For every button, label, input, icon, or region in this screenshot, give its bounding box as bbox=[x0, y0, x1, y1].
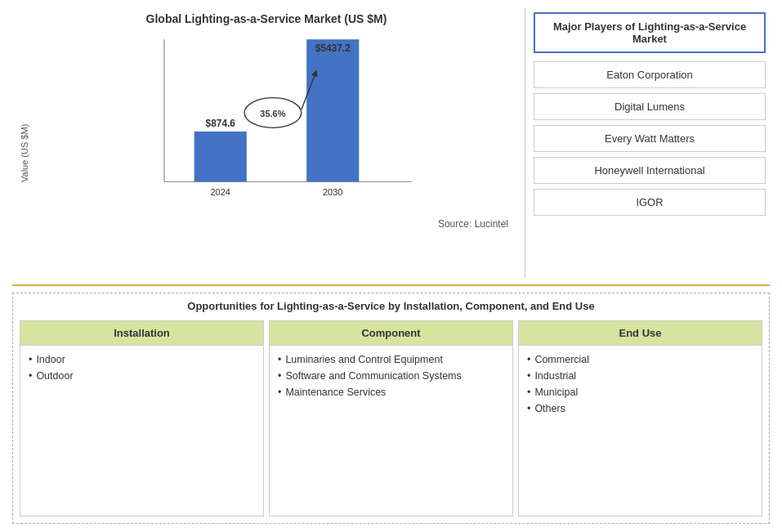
top-section: Global Lighting-as-a-Service Market (US … bbox=[12, 8, 770, 278]
component-item-3: • Maintenance Services bbox=[278, 387, 504, 398]
bullet-icon: • bbox=[278, 354, 281, 365]
component-item-2: • Software and Communication Systems bbox=[278, 370, 504, 382]
installation-column: Installation • Indoor • Outdoor bbox=[20, 320, 264, 516]
cagr-label: 35.6% bbox=[260, 109, 285, 118]
player-item-3: Every Watt Matters bbox=[534, 125, 766, 152]
bar-value-2024: $874.6 bbox=[206, 118, 236, 129]
bar-2030 bbox=[306, 39, 359, 181]
section-divider bbox=[12, 284, 770, 286]
install-item-2: • Outdoor bbox=[29, 370, 255, 382]
chart-area: Global Lighting-as-a-Service Market (US … bbox=[12, 8, 525, 278]
enduse-item-4: • Others bbox=[527, 403, 753, 414]
installation-header: Installation bbox=[20, 321, 263, 346]
player-item-1: Eaton Corporation bbox=[534, 61, 766, 88]
bullet-icon: • bbox=[278, 387, 281, 398]
enduse-item-3: • Municipal bbox=[527, 387, 753, 398]
bullet-icon: • bbox=[29, 370, 32, 382]
enduse-item-1: • Commercial bbox=[527, 354, 753, 365]
players-panel: Major Players of Lighting-as-a-Service M… bbox=[525, 8, 770, 278]
player-item-4: Honeywell International bbox=[534, 157, 766, 184]
columns-container: Installation • Indoor • Outdoor Componen… bbox=[20, 320, 762, 516]
enduse-body: • Commercial • Industrial • Municipal • … bbox=[519, 346, 762, 516]
players-title: Major Players of Lighting-as-a-Service M… bbox=[534, 12, 766, 53]
main-container: Global Lighting-as-a-Service Market (US … bbox=[0, 0, 782, 532]
bullet-icon: • bbox=[527, 403, 530, 414]
bullet-icon: • bbox=[29, 354, 32, 365]
bullet-icon: • bbox=[527, 354, 530, 365]
install-item-1: • Indoor bbox=[29, 354, 255, 365]
chart-title: Global Lighting-as-a-Service Market (US … bbox=[146, 12, 387, 25]
bar-label-2030: 2030 bbox=[323, 187, 342, 197]
component-item-1: • Luminaries and Control Equipment bbox=[278, 354, 504, 365]
source-text: Source: Lucintel bbox=[37, 218, 516, 230]
bar-2024 bbox=[194, 132, 247, 181]
y-axis-label: Value (US $M) bbox=[16, 32, 33, 274]
bar-label-2024: 2024 bbox=[211, 187, 230, 197]
enduse-column: End Use • Commercial • Industrial • Muni… bbox=[518, 320, 762, 516]
bar-chart-svg: $874.6 2024 $5437.2 2030 35.6% bbox=[37, 32, 516, 212]
enduse-header: End Use bbox=[519, 321, 762, 346]
opportunities-title: Opportunities for Lighting-as-a-Service … bbox=[20, 300, 762, 312]
installation-body: • Indoor • Outdoor bbox=[20, 346, 263, 516]
player-item-2: Digital Lumens bbox=[534, 93, 766, 120]
bottom-section: Opportunities for Lighting-as-a-Service … bbox=[12, 293, 770, 524]
bullet-icon: • bbox=[527, 387, 530, 398]
bar-value-2030: $5437.2 bbox=[315, 42, 351, 54]
enduse-item-2: • Industrial bbox=[527, 370, 753, 382]
bullet-icon: • bbox=[527, 370, 530, 382]
chart-plot: $874.6 2024 $5437.2 2030 35.6% bbox=[37, 32, 516, 274]
component-column: Component • Luminaries and Control Equip… bbox=[269, 320, 513, 516]
component-body: • Luminaries and Control Equipment • Sof… bbox=[270, 346, 512, 516]
component-header: Component bbox=[270, 321, 512, 346]
bullet-icon: • bbox=[278, 370, 281, 382]
chart-inner: Value (US $M) $874.6 2024 bbox=[16, 32, 516, 274]
player-item-5: IGOR bbox=[534, 189, 766, 216]
